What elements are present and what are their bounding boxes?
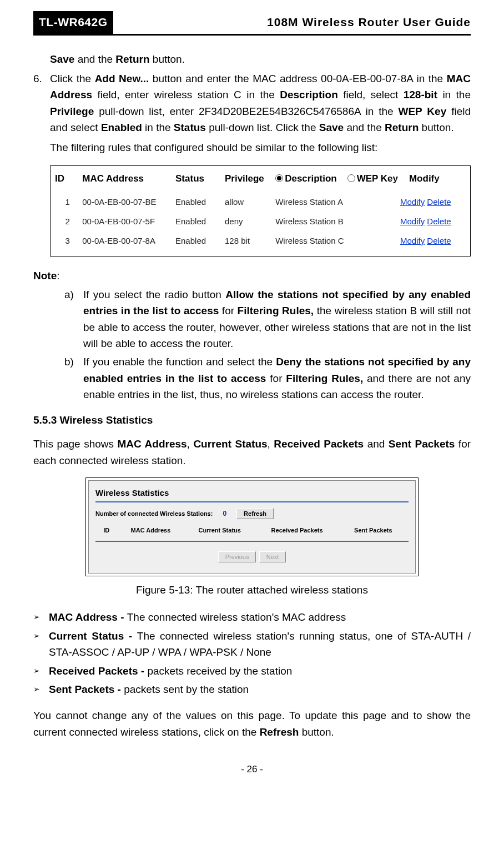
bullet-icon: ➢ bbox=[33, 681, 49, 697]
delete-link[interactable]: Delete bbox=[427, 197, 451, 207]
wstats-count-label: Number of connected Wireless Stations: bbox=[95, 509, 213, 519]
closing-paragraph: You cannot change any of the values on t… bbox=[33, 707, 471, 740]
delete-link[interactable]: Delete bbox=[427, 217, 451, 226]
list-item: ➢ Received Packets - packets received by… bbox=[33, 663, 471, 679]
step-number: 6. bbox=[33, 71, 50, 159]
header-title: 108M Wireless Router User Guide bbox=[113, 11, 471, 34]
divider bbox=[95, 541, 409, 542]
return-word: Return bbox=[115, 53, 149, 65]
step-list: 6. Click the Add New... button and enter… bbox=[33, 71, 471, 159]
bullet-icon: ➢ bbox=[33, 663, 49, 679]
intro-line: Save and the Return button. bbox=[50, 51, 471, 67]
filter-header-row: ID MAC Address Status Privilege Descript… bbox=[54, 169, 467, 192]
table-row: 2 00-0A-EB-00-07-5F Enabled deny Wireles… bbox=[54, 212, 467, 231]
field-list: ➢ MAC Address - The connected wireless s… bbox=[33, 609, 471, 697]
save-word: Save bbox=[50, 53, 74, 65]
list-item: ➢ MAC Address - The connected wireless s… bbox=[33, 609, 471, 625]
wstats-col-id: ID bbox=[99, 526, 114, 535]
wstats-col-rx: Received Packets bbox=[271, 526, 337, 535]
col-status: Status bbox=[174, 169, 224, 192]
step-6-followup: The filtering rules that configured shou… bbox=[50, 139, 471, 155]
col-id: ID bbox=[54, 169, 81, 192]
bullet-icon: ➢ bbox=[33, 609, 49, 625]
wstats-count-value: 0 bbox=[223, 509, 226, 519]
delete-link[interactable]: Delete bbox=[427, 236, 451, 245]
col-privilege: Privilege bbox=[224, 169, 274, 192]
page-header: TL-WR642G 108M Wireless Router User Guid… bbox=[33, 11, 471, 36]
wstats-col-mac: MAC Address bbox=[131, 526, 182, 535]
radio-wepkey[interactable] bbox=[347, 174, 355, 182]
modify-link[interactable]: Modify bbox=[400, 217, 425, 226]
next-button[interactable]: Next bbox=[259, 551, 286, 562]
step-6-text: Click the Add New... button and enter th… bbox=[50, 71, 471, 136]
wstats-col-tx: Sent Packets bbox=[354, 526, 405, 535]
list-item: ➢ Current Status - The connected wireles… bbox=[33, 628, 471, 661]
col-description: Description WEP Key bbox=[274, 169, 399, 192]
radio-description[interactable] bbox=[275, 174, 283, 182]
note-label: Note: bbox=[33, 268, 471, 284]
note-b-label: b) bbox=[64, 354, 83, 403]
refresh-button[interactable]: Refresh bbox=[236, 508, 274, 519]
filter-table: ID MAC Address Status Privilege Descript… bbox=[54, 169, 467, 250]
wstats-headers: ID MAC Address Current Status Received P… bbox=[95, 526, 409, 540]
list-item: ➢ Sent Packets - packets sent by the sta… bbox=[33, 681, 471, 697]
table-row: 3 00-0A-EB-00-07-8A Enabled 128 bit Wire… bbox=[54, 231, 467, 250]
modify-link[interactable]: Modify bbox=[400, 197, 425, 207]
col-mac: MAC Address bbox=[81, 169, 174, 192]
note-list: a) If you select the radio button Allow … bbox=[64, 286, 471, 403]
note-a-label: a) bbox=[64, 286, 83, 352]
section-intro: This page shows MAC Address, Current Sta… bbox=[33, 436, 471, 469]
previous-button[interactable]: Previous bbox=[218, 551, 256, 562]
table-row: 1 00-0A-EB-00-07-BE Enabled allow Wirele… bbox=[54, 192, 467, 212]
step-6: 6. Click the Add New... button and enter… bbox=[33, 71, 471, 159]
figure-caption: Figure 5-13: The router attached wireles… bbox=[33, 582, 471, 598]
wstats-col-status: Current Status bbox=[199, 526, 255, 535]
section-heading: 5.5.3 Wireless Statistics bbox=[33, 412, 471, 428]
note-a: a) If you select the radio button Allow … bbox=[64, 286, 471, 352]
wstats-title: Wireless Statistics bbox=[95, 486, 409, 499]
modify-link[interactable]: Modify bbox=[400, 236, 425, 245]
wireless-stats-figure: Wireless Statistics Number of connected … bbox=[85, 477, 419, 576]
filter-table-figure: ID MAC Address Status Privilege Descript… bbox=[50, 165, 471, 257]
note-b: b) If you enable the function and select… bbox=[64, 354, 471, 403]
bullet-icon: ➢ bbox=[33, 628, 49, 661]
model-badge: TL-WR642G bbox=[33, 11, 113, 34]
col-modify: Modify bbox=[399, 169, 467, 192]
divider bbox=[95, 501, 409, 502]
page-number: - 26 - bbox=[33, 762, 471, 777]
